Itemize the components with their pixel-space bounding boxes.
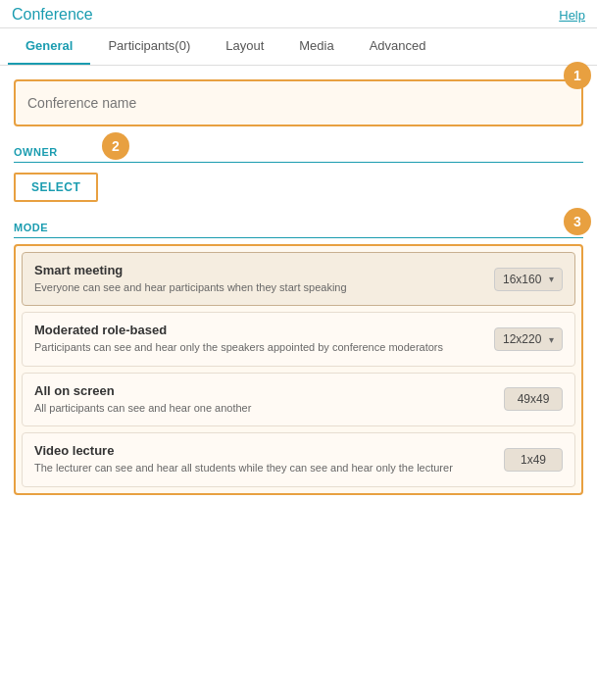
callout-2: 2	[102, 132, 129, 160]
mode-card-all-on-screen-value: 49x49	[504, 387, 563, 411]
mode-cards-wrapper: Smart meeting Everyone can see and hear …	[14, 244, 583, 495]
mode-card-smart-meeting-title: Smart meeting	[34, 263, 494, 277]
conference-name-section: 1	[14, 79, 583, 126]
help-link[interactable]: Help	[559, 8, 585, 23]
tab-media[interactable]: Media	[281, 28, 351, 65]
chevron-down-icon: ▾	[549, 274, 554, 284]
mode-card-moderated-value: 12x220	[503, 332, 541, 346]
mode-card-smart-meeting[interactable]: Smart meeting Everyone can see and hear …	[22, 252, 575, 306]
mode-card-video-lecture-value: 1x49	[504, 448, 563, 472]
mode-card-moderated-select[interactable]: 12x220 ▾	[494, 327, 563, 351]
mode-section: MODE 3 Smart meeting Everyone can see an…	[14, 222, 583, 495]
chevron-down-icon: ▾	[549, 334, 554, 345]
tab-general[interactable]: General	[8, 28, 90, 65]
mode-card-smart-meeting-select[interactable]: 16x160 ▾	[494, 268, 563, 291]
mode-card-smart-meeting-desc: Everyone can see and hear participants w…	[34, 280, 494, 295]
owner-section: OWNER 2 SELECT	[14, 146, 583, 202]
mode-card-all-on-screen-text: All on screen All participants can see a…	[34, 383, 504, 416]
mode-card-video-lecture-text: Video lecture The lecturer can see and h…	[34, 443, 504, 475]
tab-participants[interactable]: Participants(0)	[90, 28, 208, 65]
mode-card-smart-meeting-text: Smart meeting Everyone can see and hear …	[34, 263, 494, 295]
tab-bar: General Participants(0) Layout Media Adv…	[0, 28, 597, 66]
mode-card-video-lecture[interactable]: Video lecture The lecturer can see and h…	[22, 432, 575, 486]
mode-card-video-lecture-desc: The lecturer can see and hear all studen…	[34, 461, 504, 475]
mode-card-smart-meeting-value: 16x160	[503, 273, 541, 286]
app-title: Conference	[12, 6, 93, 24]
mode-card-moderated-title: Moderated role-based	[34, 323, 494, 337]
conference-name-input[interactable]	[14, 79, 583, 126]
mode-card-moderated-text: Moderated role-based Participants can se…	[34, 323, 494, 355]
mode-card-all-on-screen-desc: All participants can see and hear one an…	[34, 401, 504, 416]
header: Conference Help	[0, 0, 597, 28]
mode-card-moderated-desc: Participants can see and hear only the s…	[34, 340, 494, 355]
tab-layout[interactable]: Layout	[208, 28, 281, 65]
mode-card-all-on-screen-title: All on screen	[34, 383, 504, 398]
mode-card-moderated[interactable]: Moderated role-based Participants can se…	[22, 312, 575, 366]
tab-advanced[interactable]: Advanced	[352, 28, 444, 65]
owner-label: OWNER	[14, 146, 583, 163]
main-content: 1 OWNER 2 SELECT MODE 3 Smart meeting Ev…	[0, 66, 597, 509]
callout-1: 1	[564, 62, 591, 89]
mode-label: MODE	[14, 222, 583, 238]
callout-3: 3	[564, 208, 591, 235]
mode-card-video-lecture-title: Video lecture	[34, 443, 504, 458]
owner-select-button[interactable]: SELECT	[14, 173, 98, 202]
mode-card-all-on-screen[interactable]: All on screen All participants can see a…	[22, 373, 575, 426]
